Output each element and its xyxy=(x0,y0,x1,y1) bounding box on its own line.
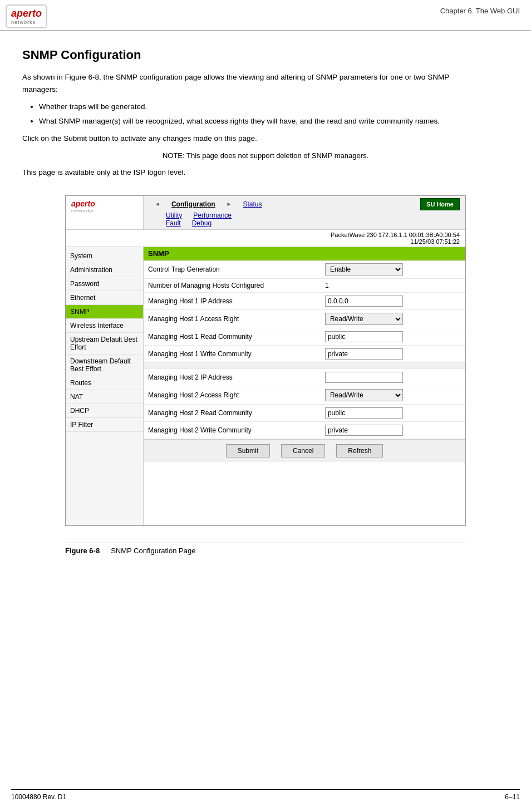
refresh-button[interactable]: Refresh xyxy=(336,444,383,457)
field-value-host2-read xyxy=(321,404,465,421)
field-label-hosts-count: Number of Managing Hosts Configured xyxy=(144,278,321,292)
host2-write-community-input[interactable] xyxy=(325,425,403,436)
table-row: Managing Host 2 IP Address xyxy=(144,368,465,386)
main-content: SNMP Configuration As shown in Figure 6-… xyxy=(0,31,531,575)
field-label-host1-access: Managing Host 1 Access Right xyxy=(144,309,321,328)
field-value-trap: Enable Disable xyxy=(321,260,465,279)
logo-box: aperto networks xyxy=(6,4,47,28)
nav-arrow-left: ◄ xyxy=(155,201,160,207)
host1-ip-input[interactable] xyxy=(325,296,403,307)
field-label-host1-ip: Managing Host 1 IP Address xyxy=(144,292,321,309)
device-info-bar: PacketWave 230 172.16.1.1 00:01:3B:A0:00… xyxy=(66,230,465,247)
table-row: Managing Host 1 Read Community xyxy=(144,328,465,345)
isp-paragraph: This page is available only at the ISP l… xyxy=(22,166,479,179)
table-row: Managing Host 1 IP Address xyxy=(144,292,465,309)
sidebar-item-upstream[interactable]: Upstream Default Best Effort xyxy=(66,333,143,355)
app-logo-area: aperto networks xyxy=(66,196,144,229)
host2-ip-input[interactable] xyxy=(325,372,403,383)
field-label-host1-read: Managing Host 1 Read Community xyxy=(144,328,321,345)
field-value-host1-access: Read/Write Read Only xyxy=(321,309,465,328)
field-value-host2-ip xyxy=(321,368,465,386)
button-bar: Submit Cancel Refresh xyxy=(144,439,465,462)
field-value-host1-ip xyxy=(321,292,465,309)
nav-performance[interactable]: Performance xyxy=(193,211,232,219)
sidebar-item-snmp[interactable]: SNMP xyxy=(66,305,143,319)
field-value-host1-write xyxy=(321,345,465,362)
form-table: Control Trap Generation Enable Disable N… xyxy=(144,260,465,439)
app-nav: ◄ Configuration ► Status SU Home Utility… xyxy=(144,196,465,229)
logo-networks: networks xyxy=(11,19,36,25)
field-label-trap: Control Trap Generation xyxy=(144,260,321,279)
nav-fault[interactable]: Fault xyxy=(166,219,181,227)
su-home-button[interactable]: SU Home xyxy=(420,198,460,210)
app-header: aperto networks ◄ Configuration ► Status… xyxy=(66,196,465,230)
app-main: SNMP Control Trap Generation Enable Disa… xyxy=(144,247,465,525)
section-title: SNMP Configuration xyxy=(22,48,509,62)
trap-generation-select[interactable]: Enable Disable xyxy=(325,263,403,275)
app-nav-third-row: Fault Debug xyxy=(155,219,465,227)
nav-configuration[interactable]: Configuration xyxy=(171,200,215,208)
logo-aperto: aperto xyxy=(11,8,42,19)
app-sidebar: System Administration Password Ethernet … xyxy=(66,247,144,525)
nav-utility[interactable]: Utility xyxy=(166,211,182,219)
footer-right: 6–11 xyxy=(505,793,520,801)
page-footer: 10004880 Rev. D1 6–11 xyxy=(11,789,520,801)
host2-read-community-input[interactable] xyxy=(325,407,403,419)
app-body: System Administration Password Ethernet … xyxy=(66,247,465,525)
sidebar-item-password[interactable]: Password xyxy=(66,277,143,291)
nav-status[interactable]: Status xyxy=(243,200,262,208)
sidebar-item-routes[interactable]: Routes xyxy=(66,376,143,390)
host1-access-select[interactable]: Read/Write Read Only xyxy=(325,313,403,325)
app-logo-networks: networks xyxy=(71,208,137,213)
table-row: Managing Host 2 Access Right Read/Write … xyxy=(144,386,465,404)
bullet-item-1: Whether traps will be generated. xyxy=(39,101,473,113)
table-row: Control Trap Generation Enable Disable xyxy=(144,260,465,279)
sidebar-item-ip-filter[interactable]: IP Filter xyxy=(66,418,143,432)
app-nav-top: ◄ Configuration ► Status SU Home xyxy=(155,198,465,210)
panel-title: SNMP xyxy=(144,247,465,260)
chapter-title: Chapter 6. The Web GUI xyxy=(440,4,520,15)
footer-left: 10004880 Rev. D1 xyxy=(11,793,66,801)
note-text: NOTE: This page does not support deletio… xyxy=(22,151,509,160)
host2-access-select[interactable]: Read/Write Read Only xyxy=(325,389,403,401)
nav-arrow-right: ► xyxy=(227,201,232,207)
table-row: Number of Managing Hosts Configured 1 xyxy=(144,278,465,292)
submit-button[interactable]: Submit xyxy=(226,444,270,457)
figure-label: Figure 6-8 xyxy=(65,547,100,555)
field-value-hosts-count: 1 xyxy=(321,278,465,292)
device-info-line1: PacketWave 230 172.16.1.1 00:01:3B:A0:00… xyxy=(71,232,460,238)
nav-debug[interactable]: Debug xyxy=(192,219,212,227)
device-info-line2: 11/25/03 07:51:22 xyxy=(71,238,460,245)
field-label-host2-access: Managing Host 2 Access Right xyxy=(144,386,321,404)
screenshot-container: aperto networks ◄ Configuration ► Status… xyxy=(65,195,466,526)
field-label-host2-write: Managing Host 2 Write Community xyxy=(144,421,321,439)
figure-caption: Figure 6-8 SNMP Configuration Page xyxy=(65,543,466,558)
hosts-count-value: 1 xyxy=(325,282,329,289)
app-logo-aperto: aperto xyxy=(71,199,137,208)
bullet-item-2: What SNMP manager(s) will be recognized,… xyxy=(39,115,473,127)
field-label-host2-ip: Managing Host 2 IP Address xyxy=(144,368,321,386)
host1-read-community-input[interactable] xyxy=(325,331,403,342)
field-value-host1-read xyxy=(321,328,465,345)
submit-paragraph: Click on the Submit button to activate a… xyxy=(22,132,479,145)
cancel-button[interactable]: Cancel xyxy=(281,444,325,457)
intro-paragraph: As shown in Figure 6-8, the SNMP configu… xyxy=(22,71,479,95)
app-nav-second-row: Utility Performance xyxy=(155,211,465,219)
logo-area: aperto networks xyxy=(6,4,47,28)
sidebar-item-ethernet[interactable]: Ethernet xyxy=(66,291,143,305)
table-row: Managing Host 1 Write Community xyxy=(144,345,465,362)
field-label-host2-read: Managing Host 2 Read Community xyxy=(144,404,321,421)
sidebar-item-dhcp[interactable]: DHCP xyxy=(66,404,143,418)
table-row: Managing Host 1 Access Right Read/Write … xyxy=(144,309,465,328)
field-value-host2-access: Read/Write Read Only xyxy=(321,386,465,404)
bullet-list: Whether traps will be generated. What SN… xyxy=(39,101,509,127)
sidebar-item-administration[interactable]: Administration xyxy=(66,263,143,277)
table-row: Managing Host 2 Write Community xyxy=(144,421,465,439)
table-row: Managing Host 2 Read Community xyxy=(144,404,465,421)
sidebar-item-downstream[interactable]: Downstream Default Best Effort xyxy=(66,355,143,376)
host1-write-community-input[interactable] xyxy=(325,348,403,360)
field-label-host1-write: Managing Host 1 Write Community xyxy=(144,345,321,362)
sidebar-item-system[interactable]: System xyxy=(66,249,143,263)
sidebar-item-nat[interactable]: NAT xyxy=(66,390,143,404)
sidebar-item-wireless-interface[interactable]: Wireless Interface xyxy=(66,319,143,333)
